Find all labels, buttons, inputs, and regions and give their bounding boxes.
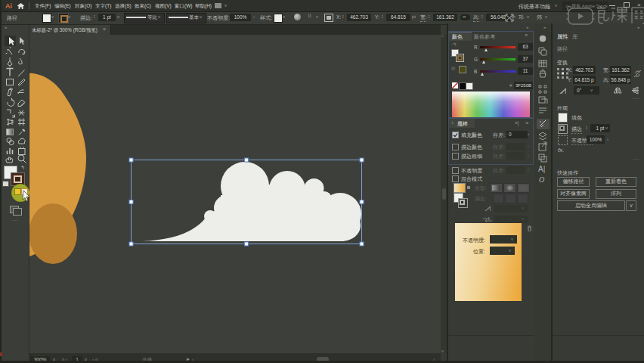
svg-text:A|: A| [538,165,545,173]
svg-text:O: O [539,175,544,184]
